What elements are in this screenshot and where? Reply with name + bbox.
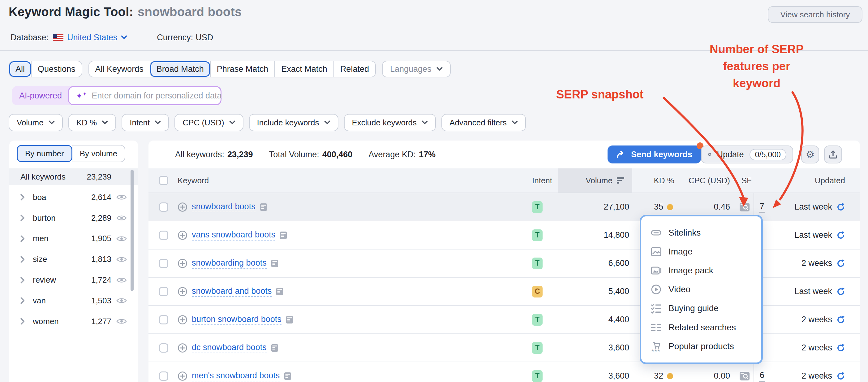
column-keyword[interactable]: Keyword <box>171 176 520 185</box>
tab-phrase-match[interactable]: Phrase Match <box>210 61 275 77</box>
refresh-icon-blue[interactable] <box>836 203 845 211</box>
volume-cell: 3,600 <box>558 343 632 353</box>
sort-descending-icon <box>617 177 625 184</box>
refresh-icon-blue[interactable] <box>836 287 845 296</box>
export-button[interactable] <box>824 146 842 164</box>
refresh-icon-blue[interactable] <box>836 344 845 352</box>
keyword-link[interactable]: snowboarding boots <box>192 258 267 269</box>
keyword-link[interactable]: dc snowboard boots <box>192 342 267 354</box>
filter-cpc-usd[interactable]: CPC (USD) <box>175 114 243 131</box>
sf-count[interactable]: 7 <box>759 202 765 213</box>
match-tabs-row: AllQuestions All KeywordsBroad MatchPhra… <box>9 61 451 78</box>
column-sf[interactable]: SF <box>731 168 754 193</box>
keyword-link[interactable]: burton snowboard boots <box>192 314 281 325</box>
serp-doc-icon <box>271 259 278 267</box>
volume-cell: 5,400 <box>558 287 632 296</box>
update-button[interactable]: Update 0/5,000 <box>701 146 793 164</box>
serp-snapshot-icon[interactable] <box>739 372 750 381</box>
keyword-link[interactable]: men's snowboard boots <box>192 371 280 382</box>
serp-feature-popular-products[interactable]: ★★★Popular products <box>641 337 761 356</box>
sidebar-scrollbar[interactable] <box>130 170 134 291</box>
tab-all-keywords[interactable]: All Keywords <box>89 61 150 77</box>
languages-dropdown[interactable]: Languages <box>382 61 451 78</box>
plus-circle-icon <box>178 230 187 240</box>
row-checkbox[interactable] <box>159 259 168 268</box>
serp-feature-sitelinks[interactable]: Sitelinks <box>641 223 761 242</box>
intent-badge: T <box>532 342 542 354</box>
updated-value: 2 weeks <box>802 343 832 353</box>
chevron-right-icon <box>21 277 25 284</box>
group-name: review <box>33 275 56 285</box>
send-keywords-button[interactable]: Send keywords <box>608 146 701 164</box>
serp-snapshot-icon[interactable] <box>739 202 750 212</box>
select-all-checkbox[interactable] <box>159 176 168 185</box>
serp-feature-buying-guide[interactable]: Buying guide <box>641 299 761 318</box>
annotation-serp-snapshot: SERP snapshot <box>556 88 644 101</box>
refresh-icon-blue[interactable] <box>836 259 845 268</box>
keyword-group-burton[interactable]: burton2,289 <box>9 208 138 229</box>
keyword-group-review[interactable]: review1,724 <box>9 270 138 290</box>
filter-exclude-keywords[interactable]: Exclude keywords <box>344 114 436 131</box>
database-select[interactable]: United States <box>67 33 117 42</box>
filter-kd[interactable]: KD % <box>68 114 116 131</box>
row-checkbox[interactable] <box>159 315 168 324</box>
row-checkbox[interactable] <box>159 231 168 240</box>
refresh-icon-blue[interactable] <box>836 372 845 380</box>
row-checkbox[interactable] <box>159 343 168 353</box>
refresh-icon-blue[interactable] <box>836 316 845 324</box>
sf-count[interactable]: 6 <box>759 371 765 382</box>
group-name: women <box>33 317 59 326</box>
ai-powered-bar: AI-powered ✦✦ Enter domain for personali… <box>12 86 221 105</box>
refresh-icon-blue[interactable] <box>836 231 845 240</box>
row-checkbox[interactable] <box>159 202 168 212</box>
keyword-link[interactable]: snowboard and boots <box>192 286 272 297</box>
sidebar-tab-by-volume[interactable]: By volume <box>72 145 125 162</box>
domain-input[interactable]: ✦✦ Enter domain for personalized data <box>68 86 221 105</box>
sidebar-tab-by-number[interactable]: By number <box>17 145 72 162</box>
view-search-history-button[interactable]: View search history <box>768 6 862 23</box>
gear-icon: ⚙ <box>806 149 815 160</box>
intent-badge: T <box>532 314 542 326</box>
keyword-cell: snowboarding boots <box>171 258 520 269</box>
filter-intent[interactable]: Intent <box>122 114 169 131</box>
checkbox-cell <box>149 372 171 381</box>
kd-difficulty-dot <box>667 204 673 210</box>
tab-questions[interactable]: Questions <box>31 61 82 77</box>
all-keywords-count: 23,239 <box>87 172 111 182</box>
filter-volume[interactable]: Volume <box>9 114 63 131</box>
keyword-link[interactable]: vans snowboard boots <box>192 230 275 241</box>
group-count: 1,813 <box>91 255 111 264</box>
column-cpc[interactable]: CPC (USD) <box>674 168 731 193</box>
filter-advanced-filters[interactable]: Advanced filters <box>441 114 526 131</box>
image-icon <box>651 246 662 257</box>
keyword-group-men[interactable]: men1,905 <box>9 229 138 249</box>
all-keywords-group-row[interactable]: All keywords 23,239 <box>9 168 138 185</box>
tab-broad-match[interactable]: Broad Match <box>150 61 210 77</box>
keyword-group-boa[interactable]: boa2,614 <box>9 187 138 208</box>
tab-all[interactable]: All <box>9 61 31 77</box>
serp-feature-related-searches[interactable]: Related searches <box>641 318 761 337</box>
updated-value: Last week <box>795 230 832 240</box>
updated-cell: 2 weeks <box>773 343 860 353</box>
us-flag-icon <box>53 34 63 41</box>
column-intent[interactable]: Intent <box>520 176 558 185</box>
filter-include-keywords[interactable]: Include keywords <box>249 114 338 131</box>
checkbox-cell <box>149 259 171 268</box>
tab-exact-match[interactable]: Exact Match <box>274 61 334 77</box>
keyword-group-size[interactable]: size1,813 <box>9 249 138 270</box>
row-checkbox[interactable] <box>159 287 168 296</box>
serp-feature-image-pack[interactable]: Image pack <box>641 261 761 280</box>
keyword-group-van[interactable]: van1,503 <box>9 290 138 311</box>
view-search-history-label: View search history <box>780 10 850 20</box>
keyword-group-women[interactable]: women1,277 <box>9 311 138 332</box>
serp-feature-image[interactable]: Image <box>641 242 761 261</box>
column-kd[interactable]: KD % <box>632 168 674 193</box>
row-checkbox[interactable] <box>159 372 168 381</box>
serp-feature-video[interactable]: Video <box>641 280 761 299</box>
keyword-cell: men's snowboard boots <box>171 371 520 382</box>
tab-related[interactable]: Related <box>334 61 375 77</box>
keyword-link[interactable]: snowboard boots <box>192 202 255 213</box>
settings-button[interactable]: ⚙ <box>801 146 819 164</box>
column-volume[interactable]: Volume <box>558 168 632 193</box>
column-updated[interactable]: Updated <box>773 176 860 185</box>
